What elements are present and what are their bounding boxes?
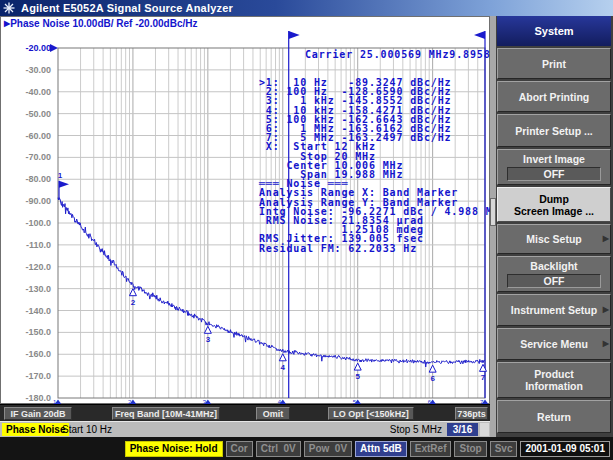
- submenu-arrow-icon: ▶: [603, 304, 609, 316]
- status-stop: Stop: [454, 441, 486, 457]
- marker-6-triangle-icon: [429, 365, 436, 372]
- marker-readout-block: Carrier 25.000569 MHz 9.8958 dBm >1: 10 …: [259, 32, 485, 253]
- menu-grip-handle[interactable]: [490, 198, 496, 226]
- softkey-label: Screen Image ...: [514, 205, 594, 217]
- status-cor: Cor: [226, 441, 253, 457]
- softkey-label: Backlight: [530, 260, 577, 272]
- softkey-label: Abort Printing: [519, 91, 590, 103]
- trace-marker-6[interactable]: 6: [429, 365, 436, 383]
- y-axis-tick-label: -60.00: [1, 131, 51, 141]
- status-pow-0v: Pow 0V: [304, 441, 352, 457]
- softkey-misc-setup[interactable]: Misc Setup▶: [497, 224, 611, 254]
- softkey-abort-printing[interactable]: Abort Printing: [497, 81, 611, 112]
- setting-lo-opt-150khz: LO Opt [<150kHz]: [328, 407, 414, 420]
- marker-1-number: 1: [58, 171, 63, 180]
- softkey-label: Invert Image: [523, 153, 585, 165]
- y-axis-tick-label: -20.00: [1, 43, 51, 53]
- y-axis-tick-label: -70.00: [1, 152, 51, 162]
- trace-marker-2[interactable]: 2: [129, 289, 136, 307]
- softkey-service-menu[interactable]: Service Menu▶: [497, 328, 611, 360]
- trace-marker-1[interactable]: 1: [58, 171, 69, 200]
- softkey-label: Misc Setup: [526, 233, 581, 245]
- marker-6-number: 6: [430, 374, 435, 383]
- y-axis-tick-label: -100.0: [1, 218, 51, 228]
- setting-omit: Omit: [256, 407, 290, 420]
- phase-noise-plot-panel: ▶Phase Noise 10.00dB/ Ref -20.00dBc/Hz 1…: [0, 16, 490, 404]
- softkey-backlight-state[interactable]: OFF: [507, 274, 601, 288]
- submenu-arrow-icon: ▶: [603, 233, 609, 245]
- stop-frequency-label: Stop 5 MHz: [386, 423, 442, 436]
- marker-2-triangle-icon: [129, 289, 136, 296]
- measurement-settings-bar: IF Gain 20dBFreq Band [10M-41MHz]OmitLO …: [0, 404, 490, 421]
- softkey-menu-panel: System PrintAbort PrintingPrinter Setup …: [490, 16, 613, 437]
- window-title: Agilent E5052A Signal Source Analyzer: [21, 2, 233, 14]
- y-axis-tick-label: -170.0: [1, 371, 51, 381]
- page-indicator: 3/16: [447, 423, 478, 436]
- status-2001-01-09-05-01: 2001-01-09 05:01: [520, 441, 610, 457]
- trace-marker-3[interactable]: 3: [204, 326, 211, 344]
- instrument-screen: Agilent E5052A Signal Source Analyzer ▶P…: [0, 0, 613, 460]
- ref-level-pointer-icon: [50, 44, 58, 52]
- softkey-product-information[interactable]: ProductInformation: [497, 362, 611, 398]
- softkey-invert-image-state[interactable]: OFF: [507, 167, 601, 181]
- trace-marker-4[interactable]: 4: [279, 354, 286, 372]
- softkey-label: Information: [525, 380, 583, 392]
- status-svc: Svc: [490, 441, 518, 457]
- softkey-label: Instrument Setup: [511, 304, 597, 316]
- marker-3-triangle-icon: [204, 326, 211, 333]
- marker-5-number: 5: [355, 372, 360, 381]
- softkey-instrument-setup[interactable]: Instrument Setup▶: [497, 294, 611, 326]
- trace-marker-5[interactable]: 5: [354, 363, 361, 381]
- marker-5-triangle-icon: [354, 363, 361, 370]
- status-ctrl-0v: Ctrl 0V: [256, 441, 301, 457]
- setting-if-gain-20db: IF Gain 20dB: [4, 407, 72, 420]
- softkey-print[interactable]: Print: [497, 48, 611, 79]
- agilent-starburst-icon: [3, 2, 15, 14]
- menu-header-system: System: [497, 16, 611, 46]
- y-axis-tick-label: -150.0: [1, 327, 51, 337]
- y-axis-tick-label: -130.0: [1, 284, 51, 294]
- title-bar: Agilent E5052A Signal Source Analyzer: [0, 0, 613, 16]
- status-attn-5db: Attn 5dB: [355, 441, 407, 457]
- softkey-backlight[interactable]: BacklightOFF: [497, 256, 611, 292]
- submenu-arrow-icon: ▶: [603, 338, 609, 350]
- softkey-dump-screen-image[interactable]: DumpScreen Image ...: [497, 187, 611, 222]
- instrument-status-bar: Phase Noise: HoldCorCtrl 0VPow 0VAttn 5d…: [0, 437, 613, 460]
- setting-freq-band-10m-41mhz: Freq Band [10M-41MHz]: [112, 407, 220, 420]
- marker-4-number: 4: [281, 363, 286, 372]
- marker-1-flag-icon: [59, 181, 69, 188]
- marker-7-number: 7: [481, 373, 486, 382]
- y-axis-tick-label: -50.00: [1, 109, 51, 119]
- carrier-frequency: Carrier 25.000569 MHz: [305, 50, 449, 59]
- softkey-label: Return: [537, 411, 571, 423]
- softkey-label: Printer Setup ...: [515, 125, 593, 137]
- y-axis-tick-label: -80.00: [1, 174, 51, 184]
- status-extref: ExtRef: [410, 441, 452, 457]
- active-trace-label: Phase Noise: [2, 423, 69, 436]
- y-axis-tick-label: -160.0: [1, 349, 51, 359]
- softkey-return[interactable]: Return: [497, 400, 611, 433]
- marker-2-number: 2: [131, 298, 136, 307]
- marker-4-triangle-icon: [279, 354, 286, 361]
- status-phase-noise-hold: Phase Noise: Hold: [125, 441, 223, 457]
- y-axis-tick-label: -120.0: [1, 262, 51, 272]
- y-axis-tick-label: -40.00: [1, 87, 51, 97]
- menu-divider-strip: [490, 16, 496, 437]
- softkey-label: Print: [542, 58, 566, 70]
- softkey-invert-image[interactable]: Invert ImageOFF: [497, 149, 611, 185]
- noise-analysis-line: Residual FM: 62.2033 Hz: [259, 244, 485, 253]
- y-axis-tick-label: -180.0: [1, 393, 51, 403]
- softkey-label: Product: [534, 368, 574, 380]
- start-frequency-label: Start 10 Hz: [62, 423, 112, 436]
- y-axis-tick-label: -30.00: [1, 65, 51, 75]
- softkey-label: Dump: [539, 193, 569, 205]
- trace-status-bar: Phase Noise Start 10 Hz Stop 5 MHz 3/16: [0, 421, 490, 437]
- y-axis-tick-label: -110.0: [1, 240, 51, 250]
- carrier-readout: Carrier 25.000569 MHz 9.8958 dBm: [259, 50, 485, 59]
- setting-736pts: 736pts: [455, 407, 488, 420]
- softkey-printer-setup[interactable]: Printer Setup ...: [497, 114, 611, 147]
- y-axis-tick-label: -140.0: [1, 306, 51, 316]
- y-axis-tick-label: -90.00: [1, 196, 51, 206]
- trace-bar-end-segment: [480, 423, 489, 436]
- softkey-label: Service Menu: [520, 338, 588, 350]
